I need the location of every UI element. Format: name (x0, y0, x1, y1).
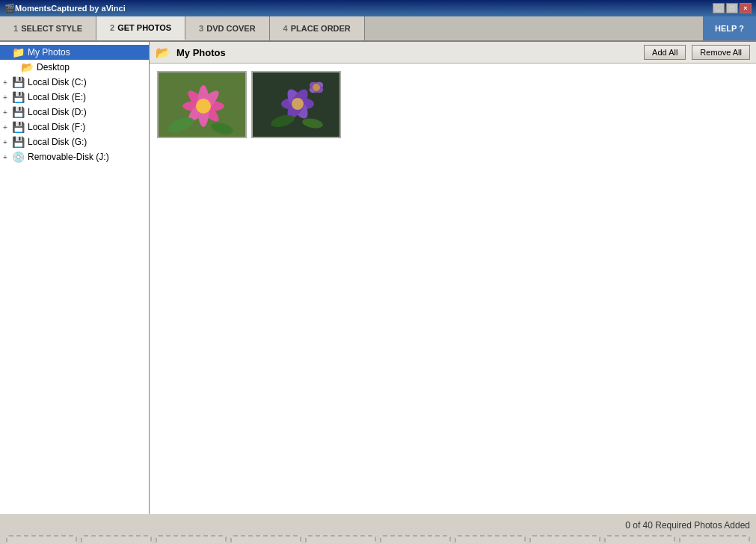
folder-icon: 📂 (21, 61, 34, 73)
sidebar-item-local-c[interactable]: + 💾 Local Disk (C:) (0, 75, 149, 90)
sidebar-item-label: Local Disk (D:) (28, 107, 87, 117)
sidebar: 📁 My Photos 📂 Desktop + 💾 Local Disk (C:… (0, 42, 150, 514)
drop-cell[interactable]: 1 (6, 535, 77, 544)
drop-cell[interactable]: 3 (156, 535, 227, 544)
main-content: 📁 My Photos 📂 Desktop + 💾 Local Disk (C:… (0, 42, 756, 514)
drop-cell[interactable]: 8 (529, 535, 600, 544)
sidebar-item-label: Local Disk (F:) (28, 122, 85, 132)
tab-num-1: 1 (13, 24, 18, 33)
sidebar-item-local-d[interactable]: + 💾 Local Disk (D:) (0, 105, 149, 120)
tab-dvd-cover[interactable]: 3 DVD COVER (185, 16, 270, 40)
photo-panel-title: My Photos (176, 47, 638, 58)
tabbar: 1 SELECT STYLE 2 GET PHOTOS 3 DVD COVER … (0, 16, 756, 42)
titlebar: 🎬 MomentsCaptured by aVinci _ □ × (0, 0, 756, 16)
svg-point-5 (196, 99, 211, 114)
tab-help[interactable]: HELP ? (703, 16, 756, 40)
titlebar-icon: 🎬 (4, 4, 15, 13)
drop-grid: 1 2 3 4 5 6 7 8 9 10 11 12 13 14 15 16 1… (6, 535, 750, 544)
close-button[interactable]: × (740, 3, 752, 13)
drop-cell[interactable]: 9 (604, 535, 675, 544)
drop-cell[interactable]: 4 (230, 535, 301, 544)
tab-num-2: 2 (110, 23, 114, 32)
titlebar-controls: _ □ × (713, 3, 752, 13)
sidebar-item-label: Local Disk (G:) (28, 137, 87, 147)
sidebar-item-label: My Photos (28, 47, 70, 58)
remove-all-button[interactable]: Remove All (692, 45, 750, 60)
tab-select-style[interactable]: 1 SELECT STYLE (0, 16, 96, 40)
titlebar-title: MomentsCaptured by aVinci (15, 4, 126, 13)
photo-thumbnail[interactable] (251, 71, 341, 138)
sidebar-item-label: Desktop (37, 62, 70, 72)
photo-thumbnail[interactable] (157, 71, 247, 138)
expand-icon: + (3, 78, 12, 87)
dropzone-status: 0 of 40 Required Photos Added (6, 520, 750, 531)
expand-icon: + (3, 93, 12, 102)
drop-cell[interactable]: 5 (305, 535, 376, 544)
sidebar-item-label: Local Disk (C:) (28, 77, 87, 87)
tab-label-1: SELECT STYLE (21, 24, 82, 33)
disk-icon: 💾 (12, 76, 25, 88)
photo-grid (150, 64, 756, 514)
sidebar-item-local-e[interactable]: + 💾 Local Disk (E:) (0, 90, 149, 105)
sidebar-item-label: Local Disk (E:) (28, 92, 86, 102)
drop-cell[interactable]: 2 (81, 535, 152, 544)
tab-label-help: HELP ? (715, 24, 744, 33)
sidebar-item-desktop[interactable]: 📂 Desktop (0, 60, 149, 75)
folder-icon: 📁 (12, 46, 25, 58)
maximize-button[interactable]: □ (726, 3, 738, 13)
tab-label-2: GET PHOTOS (117, 23, 171, 32)
disk-icon: 💾 (12, 121, 25, 133)
photo-panel: 📂 My Photos Add All Remove All (150, 42, 756, 514)
sidebar-item-label: Removable-Disk (J:) (28, 152, 109, 162)
disk-icon: 💾 (12, 136, 25, 148)
tab-label-4: PLACE ORDER (291, 24, 351, 33)
tab-num-3: 3 (199, 24, 203, 33)
sidebar-item-removable-j[interactable]: + 💿 Removable-Disk (J:) (0, 149, 149, 164)
expand-icon: + (3, 153, 12, 161)
expand-icon: + (3, 123, 12, 132)
sidebar-item-local-f[interactable]: + 💾 Local Disk (F:) (0, 120, 149, 135)
sidebar-item-my-photos[interactable]: 📁 My Photos (0, 45, 149, 60)
add-all-button[interactable]: Add All (644, 45, 686, 60)
disk-icon: 💾 (12, 106, 25, 118)
photo-folder-icon: 📂 (156, 46, 170, 60)
minimize-button[interactable]: _ (713, 3, 725, 13)
svg-point-12 (292, 98, 304, 110)
svg-point-17 (313, 84, 320, 91)
photo-header: 📂 My Photos Add All Remove All (150, 42, 756, 64)
sidebar-item-local-g[interactable]: + 💾 Local Disk (G:) (0, 135, 149, 149)
disk-icon: 💾 (12, 91, 25, 103)
tab-label-3: DVD COVER (206, 24, 255, 33)
tab-place-order[interactable]: 4 PLACE ORDER (270, 16, 365, 40)
drop-cell[interactable]: 10 (679, 535, 750, 544)
drop-cell[interactable]: 6 (380, 535, 451, 544)
tab-get-photos[interactable]: 2 GET PHOTOS (96, 16, 185, 40)
dropzone: 0 of 40 Required Photos Added 1 2 3 4 5 … (0, 514, 756, 544)
expand-icon: + (3, 138, 12, 146)
removable-icon: 💿 (12, 151, 25, 163)
drop-cell[interactable]: 7 (455, 535, 526, 544)
expand-icon: + (3, 108, 12, 117)
tab-num-4: 4 (283, 24, 288, 33)
